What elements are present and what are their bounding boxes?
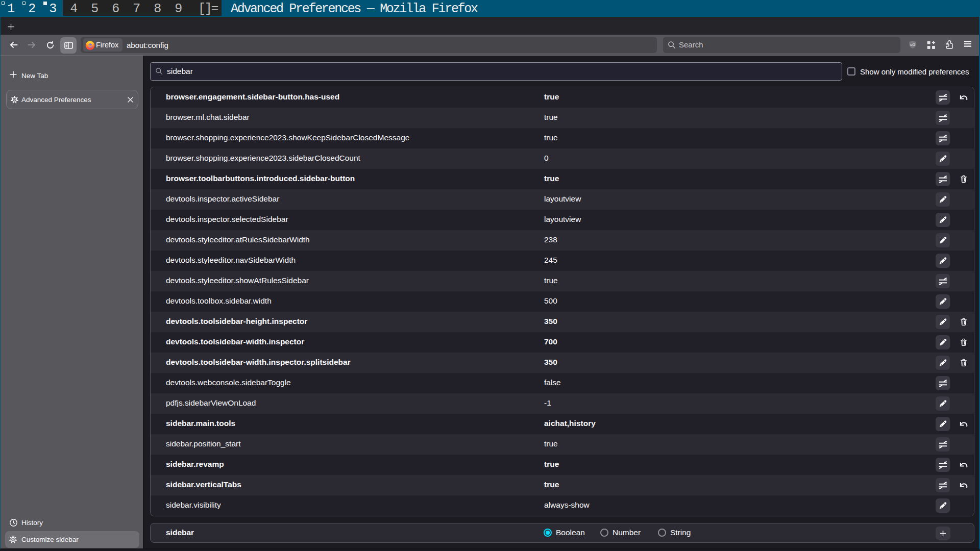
svg-text:uO: uO <box>910 43 915 46</box>
